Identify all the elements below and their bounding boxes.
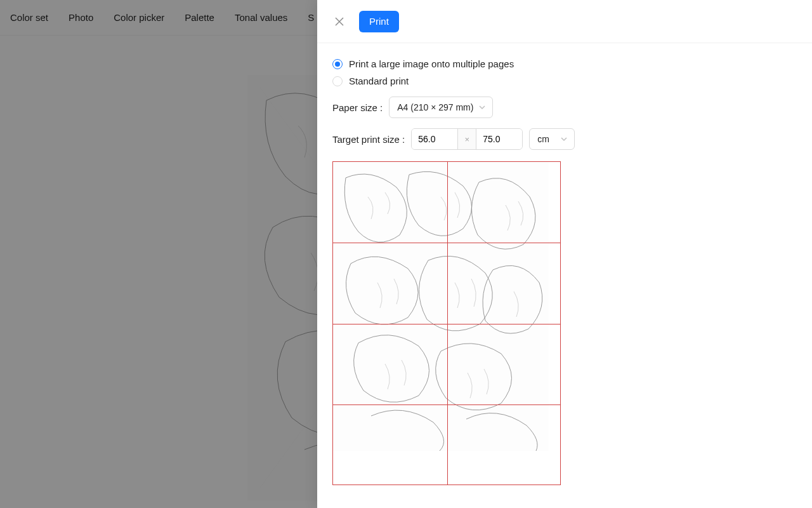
unit-select[interactable]: cm	[529, 128, 575, 150]
target-size-row: Target print size : × cm	[332, 128, 797, 150]
paper-size-row: Paper size : A4 (210 × 297 mm)	[332, 97, 797, 118]
radio-multipage-label: Print a large image onto multiple pages	[349, 58, 514, 69]
times-separator: ×	[457, 129, 476, 149]
radio-standard-label: Standard print	[349, 76, 409, 86]
paper-size-select[interactable]: A4 (210 × 297 mm)	[389, 97, 493, 118]
print-preview	[332, 161, 561, 485]
radio-standard[interactable]: Standard print	[332, 76, 797, 86]
print-button[interactable]: Print	[359, 11, 399, 32]
drawer-body: Print a large image onto multiple pages …	[317, 43, 812, 500]
width-input[interactable]	[412, 129, 457, 149]
chevron-down-icon	[478, 104, 486, 111]
grid-line	[333, 404, 560, 405]
grid-line	[333, 324, 560, 324]
chevron-down-icon	[560, 135, 568, 143]
radio-icon	[332, 59, 343, 69]
print-drawer: Print Print a large image onto multiple …	[317, 0, 812, 508]
paper-size-value: A4 (210 × 297 mm)	[397, 102, 473, 112]
print-preview-image	[333, 162, 549, 451]
close-icon[interactable]	[332, 15, 346, 29]
target-size-label: Target print size :	[332, 134, 405, 145]
paper-size-label: Paper size :	[332, 102, 383, 113]
grid-line	[333, 243, 560, 243]
radio-multipage[interactable]: Print a large image onto multiple pages	[332, 58, 797, 69]
height-input[interactable]	[476, 129, 522, 149]
svg-rect-1	[333, 162, 549, 451]
unit-value: cm	[537, 134, 549, 144]
target-size-group: ×	[411, 128, 523, 150]
grid-line	[447, 162, 448, 485]
radio-icon	[332, 76, 343, 86]
drawer-header: Print	[317, 0, 812, 43]
